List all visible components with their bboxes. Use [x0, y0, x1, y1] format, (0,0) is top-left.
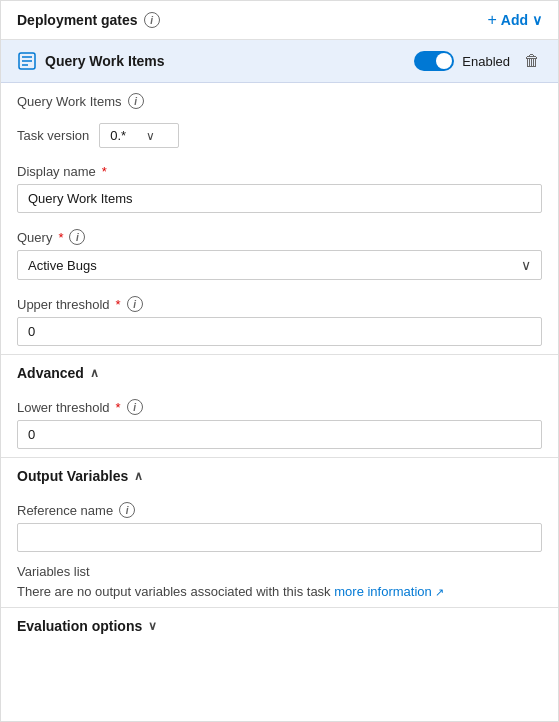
evaluation-options-chevron-icon: ∨ [148, 619, 157, 633]
upper-threshold-label: Upper threshold * i [17, 296, 542, 312]
panel-controls: Enabled 🗑 [414, 50, 542, 72]
display-name-section: Display name * [1, 156, 558, 221]
query-value: Active Bugs [28, 258, 97, 273]
page-container: Deployment gates i + Add ∨ Query Work It… [0, 0, 559, 722]
task-version-value: 0.* [110, 128, 126, 143]
task-version-label: Task version [17, 128, 89, 143]
advanced-label: Advanced [17, 365, 84, 381]
query-work-items-icon [17, 51, 37, 71]
add-label: Add [501, 12, 528, 28]
enabled-label: Enabled [462, 54, 510, 69]
add-button[interactable]: + Add ∨ [487, 11, 542, 29]
external-link-icon: ↗ [435, 586, 444, 598]
panel-header: Query Work Items Enabled 🗑 [1, 40, 558, 83]
evaluation-options-label: Evaluation options [17, 618, 142, 634]
task-version-row: Task version 0.* ∨ [1, 115, 558, 156]
lower-threshold-input[interactable] [17, 420, 542, 449]
query-label: Query * i [17, 229, 542, 245]
variables-list-section: Variables list There are no output varia… [1, 560, 558, 607]
output-variables-chevron-icon: ∧ [134, 469, 143, 483]
reference-name-input[interactable] [17, 523, 542, 552]
query-info-icon[interactable]: i [69, 229, 85, 245]
subtitle-text: Query Work Items [17, 94, 122, 109]
task-version-chevron-icon: ∨ [146, 129, 155, 143]
display-name-required: * [102, 164, 107, 179]
subtitle-info-icon[interactable]: i [128, 93, 144, 109]
more-information-link[interactable]: more information [334, 584, 432, 599]
toggle-container: Enabled [414, 51, 510, 71]
query-dropdown[interactable]: Active Bugs ∨ [17, 250, 542, 280]
reference-name-section: Reference name i [1, 494, 558, 560]
query-section: Query * i Active Bugs ∨ [1, 221, 558, 288]
delete-icon[interactable]: 🗑 [522, 50, 542, 72]
upper-threshold-info-icon[interactable]: i [127, 296, 143, 312]
task-version-dropdown[interactable]: 0.* ∨ [99, 123, 179, 148]
output-variables-section-header[interactable]: Output Variables ∧ [1, 457, 558, 494]
upper-threshold-input[interactable] [17, 317, 542, 346]
upper-threshold-section: Upper threshold * i [1, 288, 558, 354]
query-chevron-icon: ∨ [521, 257, 531, 273]
display-name-input[interactable] [17, 184, 542, 213]
lower-threshold-section: Lower threshold * i [1, 391, 558, 457]
page-header: Deployment gates i + Add ∨ [1, 1, 558, 40]
lower-threshold-label: Lower threshold * i [17, 399, 542, 415]
panel-title-text: Query Work Items [45, 53, 165, 69]
variables-list-label: Variables list [17, 564, 542, 579]
reference-name-label: Reference name i [17, 502, 542, 518]
lower-threshold-info-icon[interactable]: i [127, 399, 143, 415]
display-name-label: Display name * [17, 164, 542, 179]
upper-threshold-required: * [116, 297, 121, 312]
header-left: Deployment gates i [17, 12, 160, 28]
evaluation-options-row[interactable]: Evaluation options ∨ [1, 607, 558, 644]
page-title: Deployment gates [17, 12, 138, 28]
query-required: * [58, 230, 63, 245]
plus-icon: + [487, 11, 496, 29]
advanced-section-header[interactable]: Advanced ∧ [1, 354, 558, 391]
advanced-chevron-icon: ∧ [90, 366, 99, 380]
variables-text: There are no output variables associated… [17, 584, 542, 599]
subtitle-row: Query Work Items i [1, 83, 558, 115]
header-info-icon[interactable]: i [144, 12, 160, 28]
enabled-toggle[interactable] [414, 51, 454, 71]
output-variables-label: Output Variables [17, 468, 128, 484]
lower-threshold-required: * [116, 400, 121, 415]
panel-title: Query Work Items [17, 51, 165, 71]
reference-name-info-icon[interactable]: i [119, 502, 135, 518]
add-chevron-icon: ∨ [532, 12, 542, 28]
